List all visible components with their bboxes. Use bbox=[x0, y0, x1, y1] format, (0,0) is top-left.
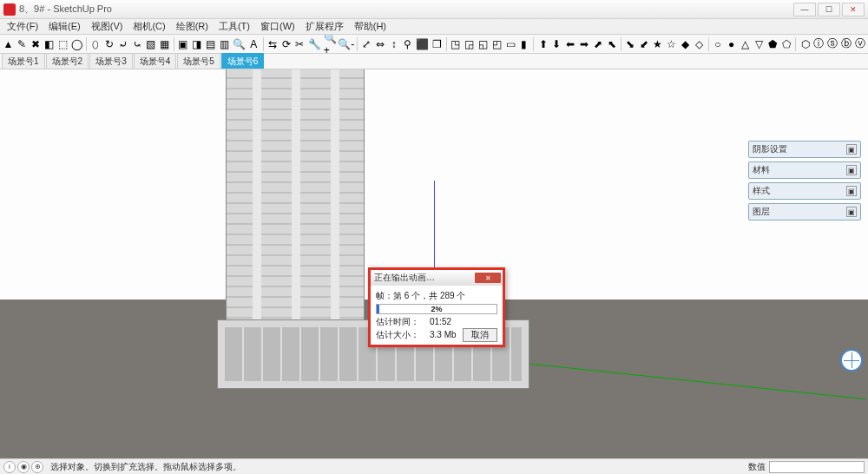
tool-button[interactable]: ⓑ bbox=[840, 36, 853, 52]
tool-button[interactable]: ⓘ bbox=[812, 36, 825, 52]
tool-button[interactable]: ◇ bbox=[693, 36, 706, 52]
scene-tab[interactable]: 场景号1 bbox=[2, 53, 45, 69]
close-button[interactable]: ✕ bbox=[842, 3, 865, 16]
minimize-button[interactable]: — bbox=[793, 3, 816, 16]
tool-button[interactable]: ⬡ bbox=[799, 36, 812, 52]
tool-button[interactable]: ❐ bbox=[431, 36, 444, 52]
tool-button[interactable]: ⬟ bbox=[766, 36, 779, 52]
menu-bar: 文件(F)编辑(E)视图(V)相机(C)绘图(R)工具(T)窗口(W)扩展程序帮… bbox=[0, 19, 868, 35]
panel-toggle-icon[interactable]: ▣ bbox=[846, 165, 857, 175]
tool-button[interactable]: ⤿ bbox=[130, 36, 143, 52]
tool-button[interactable]: ◯ bbox=[70, 36, 83, 52]
panel-toggle-icon[interactable]: ▣ bbox=[846, 186, 857, 196]
tool-button[interactable]: ⓢ bbox=[826, 36, 839, 52]
tool-button[interactable]: ⬋ bbox=[638, 36, 651, 52]
tool-button[interactable]: △ bbox=[739, 36, 752, 52]
tool-button[interactable]: ↕ bbox=[387, 36, 400, 52]
tool-button[interactable]: ⬯ bbox=[89, 36, 102, 52]
tool-button[interactable]: ★ bbox=[651, 36, 664, 52]
main-toolbar: ▲✎✖◧⬚◯⬯↻⤾⤿▧▦▣◨▤▥🔍A⇆⟳✂🔧🔍+🔍-⤢⇔↕⚲⬛❐◳◲◱◰▭▮⬆⬇… bbox=[0, 35, 868, 54]
menu-item[interactable]: 窗口(W) bbox=[255, 20, 300, 33]
tool-button[interactable]: ⬉ bbox=[605, 36, 618, 52]
user-icon[interactable]: ◉ bbox=[17, 461, 30, 473]
tool-button[interactable]: ⓥ bbox=[853, 36, 866, 52]
menu-item[interactable]: 扩展程序 bbox=[300, 20, 349, 33]
tool-button[interactable]: ◧ bbox=[43, 36, 56, 52]
tool-button[interactable]: ⬛ bbox=[415, 36, 430, 52]
tool-button[interactable]: ☆ bbox=[665, 36, 678, 52]
tool-button[interactable]: ◆ bbox=[679, 36, 692, 52]
dialog-titlebar[interactable]: 正在输出动画… ✕ bbox=[371, 270, 503, 286]
tool-button[interactable]: ● bbox=[725, 36, 738, 52]
tool-button[interactable]: ▭ bbox=[504, 36, 517, 52]
tool-button[interactable]: ⬊ bbox=[624, 36, 637, 52]
tool-button[interactable]: ▤ bbox=[204, 36, 217, 52]
tool-button[interactable]: 🔍 bbox=[232, 36, 247, 52]
tool-button[interactable]: ▦ bbox=[158, 36, 171, 52]
maximize-button[interactable]: ☐ bbox=[818, 3, 840, 16]
tool-button[interactable]: ○ bbox=[712, 36, 725, 52]
dialog-title-text: 正在输出动画… bbox=[374, 272, 435, 284]
tool-button[interactable]: ⬠ bbox=[780, 36, 793, 52]
tool-button[interactable]: ▲ bbox=[2, 36, 15, 52]
tool-button[interactable]: ▽ bbox=[753, 36, 766, 52]
panel-header[interactable]: 图层▣ bbox=[749, 204, 860, 220]
scene-tab[interactable]: 场景号4 bbox=[134, 53, 177, 69]
panel-header[interactable]: 样式▣ bbox=[749, 183, 860, 199]
tool-button[interactable]: ⬚ bbox=[56, 36, 69, 52]
menu-item[interactable]: 编辑(E) bbox=[43, 20, 86, 33]
tool-button[interactable]: ⚲ bbox=[401, 36, 414, 52]
tool-button[interactable]: ◲ bbox=[463, 36, 476, 52]
tool-button[interactable]: ⬈ bbox=[591, 36, 604, 52]
tool-button[interactable]: ⬆ bbox=[536, 36, 549, 52]
panel-header[interactable]: 阴影设置▣ bbox=[749, 142, 860, 157]
tool-button[interactable]: ✖ bbox=[30, 36, 43, 52]
tool-button[interactable]: ◰ bbox=[490, 36, 503, 52]
tool-button[interactable]: ➡ bbox=[578, 36, 591, 52]
tray-panel: 材料▣ bbox=[748, 161, 861, 179]
scene-tab[interactable]: 场景号3 bbox=[89, 53, 133, 69]
tool-button[interactable]: ⬇ bbox=[550, 36, 563, 52]
tool-button[interactable]: ◱ bbox=[477, 36, 490, 52]
tool-button[interactable]: 🔍+ bbox=[323, 36, 338, 52]
dialog-close-button[interactable]: ✕ bbox=[475, 273, 501, 283]
menu-item[interactable]: 文件(F) bbox=[2, 20, 43, 33]
tool-button[interactable]: 🔍- bbox=[339, 36, 354, 52]
tool-button[interactable]: ⇆ bbox=[266, 36, 279, 52]
menu-item[interactable]: 视图(V) bbox=[86, 20, 128, 33]
tool-button[interactable]: ⬅ bbox=[564, 36, 577, 52]
view-navigator-icon[interactable] bbox=[840, 349, 863, 372]
tool-button[interactable]: ⇔ bbox=[373, 36, 386, 52]
panel-header[interactable]: 材料▣ bbox=[749, 162, 860, 178]
est-size-label: 估计大小： bbox=[376, 329, 419, 341]
tool-button[interactable]: ↻ bbox=[103, 36, 116, 52]
info-icon[interactable]: i bbox=[3, 461, 16, 473]
tool-button[interactable]: ◨ bbox=[190, 36, 203, 52]
geo-icon[interactable]: ⊕ bbox=[31, 461, 43, 473]
menu-item[interactable]: 工具(T) bbox=[214, 20, 255, 33]
tool-button[interactable]: ⤢ bbox=[360, 36, 373, 52]
tray-panel: 阴影设置▣ bbox=[748, 141, 861, 158]
cancel-button[interactable]: 取消 bbox=[463, 328, 497, 342]
tool-button[interactable]: ▮ bbox=[518, 36, 531, 52]
scene-tab[interactable]: 场景号5 bbox=[177, 53, 220, 69]
tool-button[interactable]: ⤾ bbox=[116, 36, 129, 52]
tool-button[interactable]: A bbox=[247, 36, 260, 52]
panel-toggle-icon[interactable]: ▣ bbox=[846, 144, 857, 155]
menu-item[interactable]: 绘图(R) bbox=[171, 20, 214, 33]
tool-button[interactable]: ▧ bbox=[144, 36, 157, 52]
tool-button[interactable]: ⟳ bbox=[279, 36, 293, 52]
panel-toggle-icon[interactable]: ▣ bbox=[846, 207, 857, 217]
scene-tab[interactable]: 场景号6 bbox=[221, 53, 265, 69]
tool-button[interactable]: ▣ bbox=[177, 36, 190, 52]
menu-item[interactable]: 相机(C) bbox=[128, 20, 170, 33]
tool-button[interactable]: 🔧 bbox=[307, 36, 322, 52]
viewport-3d[interactable]: 阴影设置▣材料▣样式▣图层▣ 正在输出动画… ✕ 帧：第 6 个，共 289 个… bbox=[0, 69, 868, 458]
measurement-input[interactable] bbox=[769, 461, 865, 473]
tool-button[interactable]: ◳ bbox=[449, 36, 462, 52]
menu-item[interactable]: 帮助(H) bbox=[349, 20, 391, 33]
tool-button[interactable]: ▥ bbox=[218, 36, 231, 52]
tool-button[interactable]: ✂ bbox=[293, 36, 306, 52]
tool-button[interactable]: ✎ bbox=[16, 36, 29, 52]
scene-tab[interactable]: 场景号2 bbox=[46, 53, 89, 69]
